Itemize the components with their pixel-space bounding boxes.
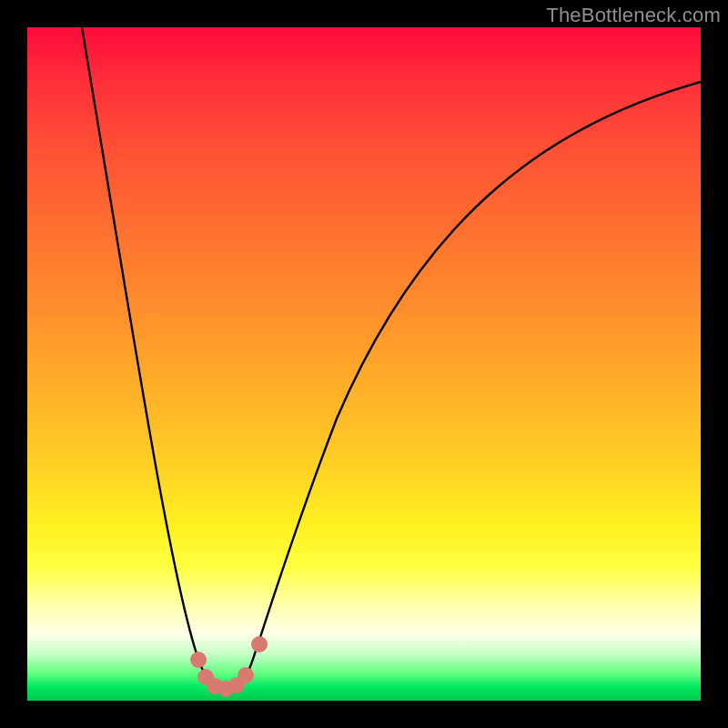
watermark-label: TheBottleneck.com [546, 4, 721, 27]
marker-5 [238, 667, 254, 683]
marker-group [190, 636, 268, 697]
marker-0 [190, 652, 207, 668]
marker-6 [251, 636, 268, 652]
bottleneck-curve [82, 27, 701, 690]
chart-frame: TheBottleneck.com [0, 0, 728, 728]
curve-svg [27, 27, 701, 701]
plot-area [27, 27, 701, 701]
